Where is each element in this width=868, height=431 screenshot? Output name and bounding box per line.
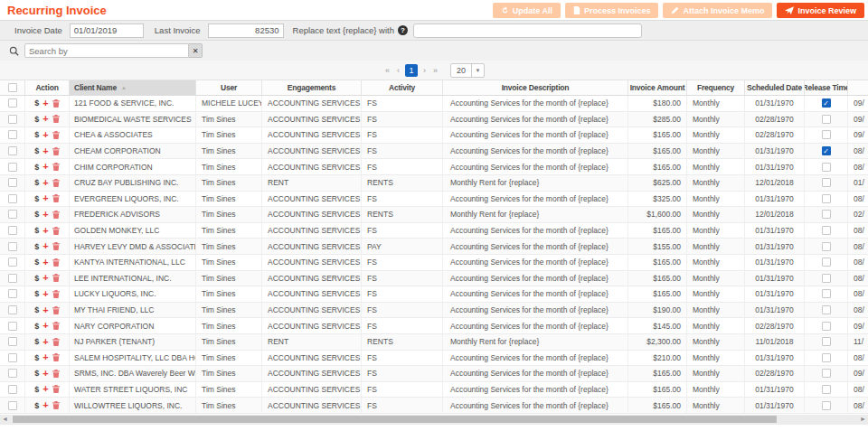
- plus-icon[interactable]: +: [42, 321, 48, 331]
- dollar-icon[interactable]: $: [34, 130, 39, 139]
- release-time-checkbox[interactable]: [822, 369, 831, 378]
- plus-icon[interactable]: +: [42, 114, 48, 124]
- prev-page-button[interactable]: ‹: [395, 66, 401, 75]
- release-time-checkbox[interactable]: [822, 322, 831, 331]
- dollar-icon[interactable]: $: [34, 146, 39, 155]
- attach-invoice-memo-button[interactable]: Attach Invoice Memo: [663, 3, 772, 18]
- trash-icon[interactable]: [52, 242, 60, 250]
- header-user[interactable]: User: [196, 80, 262, 95]
- row-checkbox[interactable]: [8, 242, 17, 251]
- select-all-checkbox[interactable]: [8, 83, 17, 92]
- plus-icon[interactable]: +: [42, 273, 48, 283]
- scroll-left-arrow-icon[interactable]: ◄: [2, 416, 8, 422]
- dollar-icon[interactable]: $: [34, 289, 39, 298]
- trash-icon[interactable]: [52, 338, 60, 346]
- plus-icon[interactable]: +: [42, 241, 48, 251]
- row-checkbox[interactable]: [8, 274, 17, 283]
- last-page-button[interactable]: »: [431, 66, 439, 75]
- scroll-right-arrow-icon[interactable]: ►: [860, 416, 866, 422]
- horizontal-scrollbar[interactable]: ◄ ►: [0, 415, 868, 425]
- dollar-icon[interactable]: $: [34, 115, 39, 124]
- dollar-icon[interactable]: $: [34, 322, 39, 331]
- replace-text-input[interactable]: [413, 23, 642, 38]
- trash-icon[interactable]: [52, 290, 60, 298]
- release-time-checkbox[interactable]: [822, 289, 831, 298]
- trash-icon[interactable]: [52, 385, 60, 393]
- dollar-icon[interactable]: $: [34, 226, 39, 235]
- process-invoices-button[interactable]: Process Invoices: [565, 3, 659, 18]
- trash-icon[interactable]: [52, 163, 60, 171]
- plus-icon[interactable]: +: [42, 130, 48, 140]
- last-invoice-input[interactable]: [208, 23, 284, 38]
- release-time-checkbox[interactable]: [822, 242, 831, 251]
- header-frequency[interactable]: Frequency: [687, 80, 745, 95]
- scrollbar-thumb[interactable]: [13, 416, 777, 423]
- dollar-icon[interactable]: $: [34, 353, 39, 362]
- row-checkbox[interactable]: [8, 337, 17, 346]
- release-time-checkbox[interactable]: [822, 385, 831, 394]
- trash-icon[interactable]: [52, 274, 60, 282]
- release-time-checkbox[interactable]: [822, 337, 831, 346]
- trash-icon[interactable]: [52, 401, 60, 409]
- help-icon[interactable]: ?: [398, 25, 408, 35]
- trash-icon[interactable]: [52, 227, 60, 235]
- dollar-icon[interactable]: $: [34, 242, 39, 251]
- row-checkbox[interactable]: [8, 401, 17, 410]
- dollar-icon[interactable]: $: [34, 274, 39, 283]
- row-checkbox[interactable]: [8, 194, 17, 203]
- header-release-time[interactable]: Release Time: [805, 80, 848, 95]
- row-checkbox[interactable]: [8, 353, 17, 362]
- release-time-checkbox[interactable]: [822, 305, 831, 314]
- dollar-icon[interactable]: $: [34, 210, 39, 219]
- row-checkbox[interactable]: [8, 163, 17, 172]
- plus-icon[interactable]: +: [42, 146, 48, 156]
- row-checkbox[interactable]: [8, 178, 17, 187]
- release-time-checkbox[interactable]: [822, 258, 831, 267]
- row-checkbox[interactable]: [8, 289, 17, 298]
- page-size-select[interactable]: 20 ▼: [450, 63, 485, 78]
- plus-icon[interactable]: +: [42, 289, 48, 299]
- row-checkbox[interactable]: [8, 305, 17, 314]
- trash-icon[interactable]: [52, 322, 60, 330]
- row-checkbox[interactable]: [8, 258, 17, 267]
- header-invoice-description[interactable]: Invoice Description: [443, 80, 628, 95]
- row-checkbox[interactable]: [8, 98, 17, 108]
- trash-icon[interactable]: [52, 179, 60, 187]
- header-activity[interactable]: Activity: [362, 80, 443, 95]
- row-checkbox[interactable]: [8, 146, 17, 155]
- dollar-icon[interactable]: $: [34, 258, 39, 267]
- release-time-checkbox[interactable]: [822, 210, 831, 219]
- trash-icon[interactable]: [52, 211, 60, 219]
- next-page-button[interactable]: ›: [421, 66, 428, 75]
- dollar-icon[interactable]: $: [34, 369, 39, 378]
- dollar-icon[interactable]: $: [34, 98, 39, 108]
- current-page[interactable]: 1: [405, 64, 418, 77]
- release-time-checkbox[interactable]: [822, 163, 831, 172]
- first-page-button[interactable]: «: [383, 66, 392, 75]
- plus-icon[interactable]: +: [42, 337, 48, 347]
- dollar-icon[interactable]: $: [34, 194, 39, 203]
- trash-icon[interactable]: [52, 258, 60, 267]
- header-date-clipped[interactable]: Da: [848, 80, 868, 95]
- release-time-checkbox[interactable]: [822, 178, 831, 187]
- row-checkbox[interactable]: [8, 210, 17, 219]
- clear-search-button[interactable]: ✕: [189, 43, 203, 58]
- release-time-checkbox[interactable]: [822, 115, 831, 124]
- dollar-icon[interactable]: $: [34, 401, 39, 410]
- row-checkbox[interactable]: [8, 115, 17, 124]
- row-checkbox[interactable]: [8, 322, 17, 331]
- plus-icon[interactable]: +: [42, 369, 48, 379]
- trash-icon[interactable]: [52, 370, 60, 378]
- trash-icon[interactable]: [52, 306, 60, 314]
- row-checkbox[interactable]: [8, 385, 17, 394]
- dollar-icon[interactable]: $: [34, 337, 39, 346]
- trash-icon[interactable]: [52, 99, 60, 108]
- plus-icon[interactable]: +: [42, 193, 48, 203]
- dollar-icon[interactable]: $: [34, 178, 39, 187]
- release-time-checkbox[interactable]: [822, 194, 831, 203]
- trash-icon[interactable]: [52, 194, 60, 202]
- release-time-checkbox[interactable]: [822, 130, 831, 139]
- row-checkbox[interactable]: [8, 369, 17, 378]
- dollar-icon[interactable]: $: [34, 163, 39, 172]
- update-all-button[interactable]: Update All: [493, 3, 561, 18]
